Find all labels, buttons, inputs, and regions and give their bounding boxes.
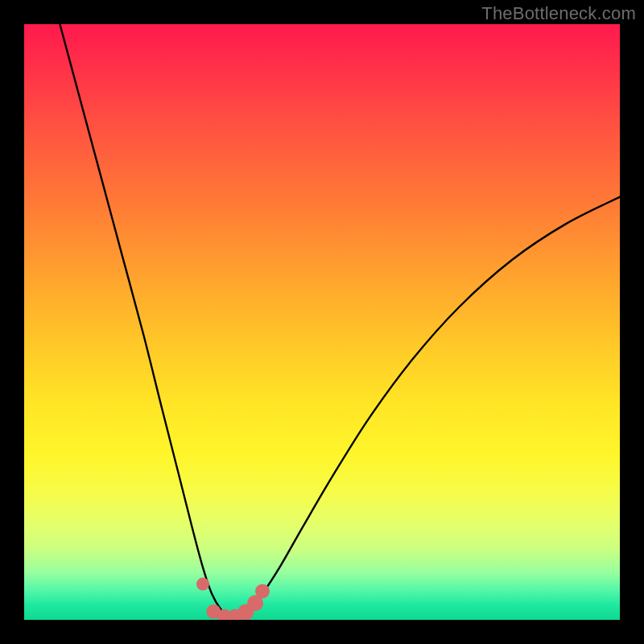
chart-plot-area xyxy=(24,24,620,620)
highlight-dot xyxy=(255,584,270,598)
outer-frame: TheBottleneck.com xyxy=(0,0,644,644)
watermark-text: TheBottleneck.com xyxy=(481,3,636,24)
bottleneck-curve-path xyxy=(60,24,620,618)
chart-svg xyxy=(24,24,620,620)
highlight-dot xyxy=(196,578,209,591)
highlight-markers xyxy=(196,578,270,620)
